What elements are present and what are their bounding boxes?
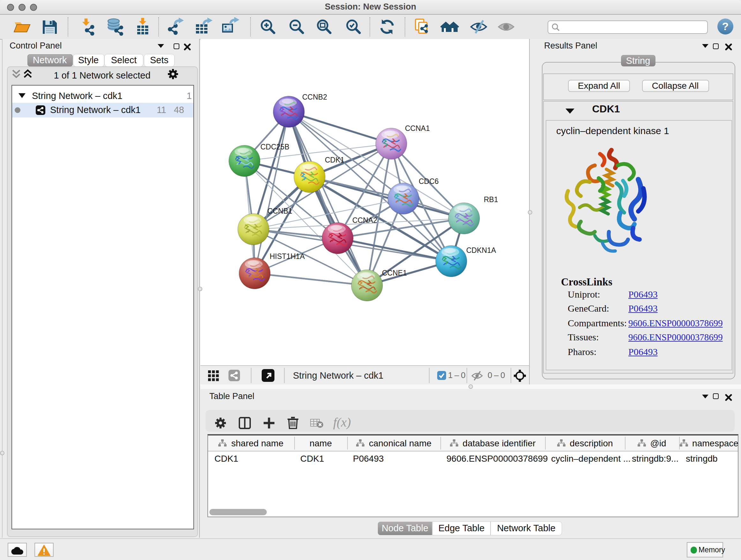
svg-text:CCNB2: CCNB2 <box>302 93 327 101</box>
svg-text:RB1: RB1 <box>484 195 498 204</box>
svg-text:CDKN1A: CDKN1A <box>466 246 496 254</box>
svg-text:CCNA1: CCNA1 <box>405 124 430 132</box>
svg-text:CDK1: CDK1 <box>325 156 344 164</box>
svg-text:CDC6: CDC6 <box>419 177 439 186</box>
svg-text:CCNE1: CCNE1 <box>382 269 407 277</box>
svg-text:CCNA2: CCNA2 <box>352 216 377 225</box>
svg-text:CCNB1: CCNB1 <box>267 207 292 215</box>
svg-text:CDC25B: CDC25B <box>260 143 289 151</box>
svg-text:HIST1H1A: HIST1H1A <box>270 252 305 260</box>
